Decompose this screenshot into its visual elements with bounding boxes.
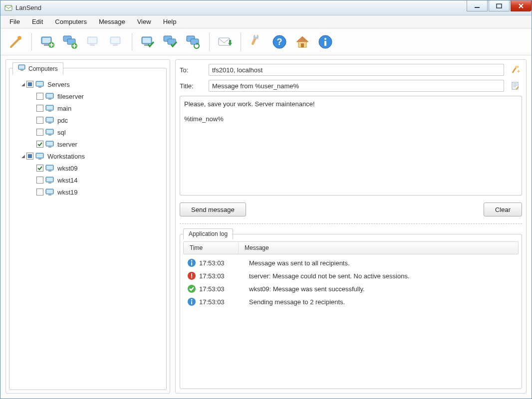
svg-rect-89	[48, 183, 51, 184]
remove-computer-button	[106, 31, 127, 52]
expand-toggle-icon[interactable]: ◢	[19, 154, 26, 159]
tree-item[interactable]: tserver	[14, 138, 161, 150]
svg-rect-93	[48, 195, 51, 196]
item-label: wkst19	[57, 189, 77, 196]
group-checkbox[interactable]	[26, 153, 33, 160]
clear-button[interactable]: Clear	[484, 202, 522, 216]
computer-icon	[45, 129, 54, 136]
title-input[interactable]	[209, 80, 504, 92]
svg-rect-57	[37, 93, 43, 100]
toolbar-sep	[209, 33, 210, 51]
item-checkbox[interactable]	[36, 105, 43, 112]
select-group-button[interactable]	[160, 31, 181, 52]
toolbar-sep	[31, 33, 32, 51]
svg-rect-65	[37, 117, 43, 124]
group-checkbox[interactable]	[26, 81, 33, 88]
clear-to-button[interactable]	[509, 64, 522, 76]
tree-group[interactable]: ◢Servers	[14, 78, 161, 90]
wizard-button[interactable]	[5, 31, 26, 52]
tree-item[interactable]: wkst14	[14, 174, 161, 186]
svg-rect-35	[219, 38, 230, 45]
menu-view[interactable]: View	[131, 16, 157, 27]
svg-rect-23	[90, 44, 95, 46]
svg-rect-56	[38, 87, 41, 88]
item-checkbox[interactable]	[36, 117, 43, 124]
log-time: 17:53:03	[199, 285, 239, 293]
log-row[interactable]: 17:53:03Sending message to 2 recipients.	[183, 295, 519, 308]
svg-rect-61	[37, 105, 43, 112]
settings-button[interactable]	[246, 31, 267, 52]
svg-rect-44	[301, 43, 304, 47]
log-row[interactable]: 17:53:03Message was sent to all recipien…	[183, 256, 519, 269]
log-row[interactable]: 17:53:03wkst09: Message was sent success…	[183, 282, 519, 295]
computer-icon	[18, 64, 26, 73]
maximize-button[interactable]	[489, 0, 510, 11]
svg-rect-11	[42, 38, 50, 43]
svg-point-109	[191, 299, 193, 301]
menubar: File Edit Computers Message View Help	[0, 15, 532, 28]
tree-item[interactable]: wkst09	[14, 162, 161, 174]
svg-rect-84	[46, 166, 53, 170]
tree-item[interactable]: fileserver	[14, 90, 161, 102]
log-body: 17:53:03Message was sent to all recipien…	[183, 256, 519, 308]
tree-item[interactable]: main	[14, 102, 161, 114]
add-group-button[interactable]	[60, 31, 81, 52]
tree-item[interactable]: pdc	[14, 114, 161, 126]
menu-help[interactable]: Help	[157, 16, 183, 27]
item-checkbox[interactable]	[36, 189, 43, 196]
svg-rect-73	[37, 141, 43, 148]
log-tab[interactable]: Application log	[183, 228, 233, 239]
item-checkbox[interactable]	[36, 93, 43, 100]
svg-rect-25	[111, 38, 119, 43]
svg-point-102	[191, 260, 193, 262]
svg-rect-63	[46, 106, 53, 110]
menu-message[interactable]: Message	[93, 16, 131, 27]
edit-computer-button	[83, 31, 104, 52]
computer-icon	[45, 93, 54, 100]
close-button[interactable]	[511, 0, 532, 11]
item-checkbox[interactable]	[36, 177, 43, 184]
svg-point-94	[515, 66, 519, 68]
select-all-button[interactable]	[137, 31, 158, 52]
edit-title-button[interactable]	[509, 80, 522, 92]
computer-tree[interactable]: ◢Serversfileservermainpdcsqltserver◢Work…	[14, 73, 161, 198]
svg-rect-106	[191, 277, 192, 278]
item-checkbox[interactable]	[36, 165, 43, 172]
message-body[interactable]	[180, 96, 522, 196]
status-icon	[187, 258, 196, 267]
log-message: wkst09: Message was sent successfully.	[239, 285, 519, 293]
log-panel: Application log Time Message 17:53:03Mes…	[180, 234, 522, 389]
computer-icon	[45, 189, 54, 196]
refresh-computers-button[interactable]	[183, 31, 204, 52]
item-checkbox[interactable]	[36, 129, 43, 136]
about-button[interactable]	[315, 31, 336, 52]
add-computer-button[interactable]	[37, 31, 58, 52]
log-col-time[interactable]: Time	[184, 242, 239, 254]
svg-rect-92	[46, 190, 53, 194]
tree-item[interactable]: wkst19	[14, 186, 161, 198]
computer-icon	[45, 177, 54, 184]
menu-file[interactable]: File	[3, 16, 26, 27]
to-input[interactable]	[209, 64, 504, 76]
expand-toggle-icon[interactable]: ◢	[19, 82, 26, 87]
computer-icon	[45, 117, 54, 124]
svg-rect-86	[37, 177, 43, 184]
log-message: Sending message to 2 recipients.	[239, 298, 519, 306]
menu-edit[interactable]: Edit	[26, 16, 49, 27]
send-button[interactable]: Send message	[180, 202, 246, 216]
compose-panel: To: Title: Send message Clear Applicatio…	[175, 59, 527, 394]
item-checkbox[interactable]	[36, 141, 43, 148]
log-row[interactable]: 17:53:03tserver: Message could not be se…	[183, 269, 519, 282]
tree-item[interactable]: sql	[14, 126, 161, 138]
svg-point-40	[255, 35, 257, 37]
svg-rect-22	[88, 38, 96, 43]
computers-tab[interactable]: Computers	[12, 62, 63, 75]
svg-rect-103	[191, 262, 192, 265]
menu-computers[interactable]: Computers	[49, 16, 93, 27]
log-col-message[interactable]: Message	[239, 244, 518, 251]
help-button[interactable]: ?	[269, 31, 290, 52]
send-message-button[interactable]	[215, 31, 236, 52]
home-button[interactable]	[292, 31, 313, 52]
tree-group[interactable]: ◢Workstations	[14, 150, 161, 162]
minimize-button[interactable]	[467, 0, 488, 11]
